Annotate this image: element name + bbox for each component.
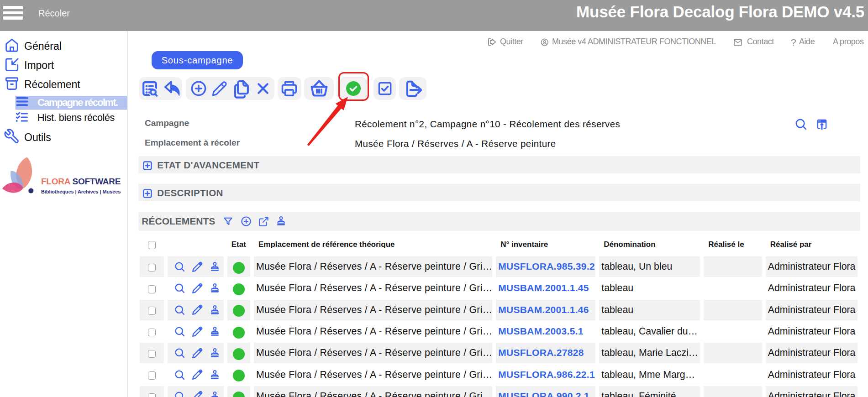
- svg-text:FLORA SOFTWARE: FLORA SOFTWARE: [41, 177, 121, 186]
- svg-text:Bibliothèques | Archives | Mus: Bibliothèques | Archives | Musées: [41, 189, 121, 194]
